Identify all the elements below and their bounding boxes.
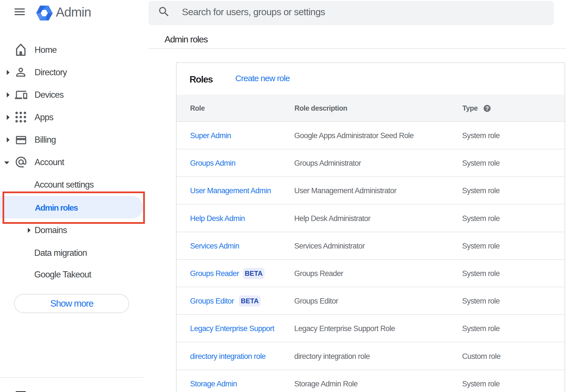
svg-text:?: ?	[485, 105, 489, 111]
